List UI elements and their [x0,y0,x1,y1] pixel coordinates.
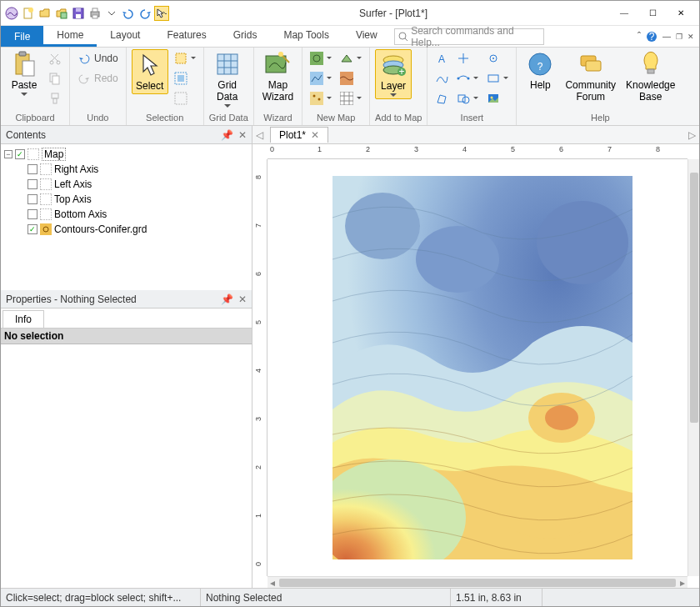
svg-rect-20 [52,76,59,84]
pin-icon[interactable]: 📌 [221,129,233,141]
tab-features[interactable]: Features [153,26,219,47]
base-map-button[interactable] [308,69,334,88]
checkbox-map[interactable]: ✓ [15,149,25,159]
properties-title: Properties - Nothing Selected [6,293,137,305]
map-viewport[interactable] [268,159,688,576]
tab-nav-left-icon[interactable]: ◁ [256,129,263,141]
minimize-button[interactable]: — [618,8,631,18]
undo-icon[interactable] [121,6,136,21]
svg-rect-61 [40,193,52,205]
svg-point-2 [28,8,33,13]
scrollbar-horizontal[interactable]: ◂▸ [268,576,688,588]
select-dropdown-icon[interactable] [154,6,169,21]
svg-point-44 [458,78,460,80]
deselect-button[interactable] [172,89,198,108]
point-button[interactable] [484,49,511,68]
map-wizard-button[interactable]: Map Wizard [259,49,297,104]
close-panel-icon[interactable]: ✕ [238,129,247,141]
tab-map-tools[interactable]: Map Tools [270,26,342,47]
new-icon[interactable] [21,6,36,21]
tree-item-left-axis[interactable]: Left Axis [4,177,248,192]
collapse-icon[interactable]: − [4,150,12,158]
tree-item-right-axis[interactable]: Right Axis [4,162,248,177]
svg-rect-15 [19,52,26,56]
window-close-icon[interactable]: ✕ [688,33,694,41]
search-placeholder: Search commands and Help... [411,25,540,48]
tree-root-map[interactable]: − ✓ Map [4,147,248,162]
group-label-wizard: Wizard [259,111,297,125]
rectangle-button[interactable] [484,69,511,88]
app-icon[interactable] [4,6,19,21]
select-rect-button[interactable] [172,49,198,68]
close-tab-icon[interactable]: ✕ [311,129,319,141]
close-panel-icon[interactable]: ✕ [238,293,247,305]
search-commands-input[interactable]: Search commands and Help... [394,28,544,45]
color-relief-button[interactable] [338,69,364,88]
svg-rect-59 [40,163,52,175]
tab-view[interactable]: View [342,26,391,47]
text-button[interactable]: A [432,49,451,68]
redo-icon[interactable] [138,6,152,21]
copy-button[interactable] [46,69,64,88]
svg-point-35 [318,98,321,101]
svg-rect-60 [40,178,52,190]
community-forum-button[interactable]: Community Forum [562,49,619,104]
open-grid-icon[interactable] [54,6,69,21]
collapse-ribbon-icon[interactable]: ˆ [638,31,641,43]
redo-button[interactable]: Redo [75,69,121,88]
print-icon[interactable] [88,6,102,21]
undo-button[interactable]: Undo [75,49,121,68]
grid-data-button[interactable]: Grid Data [209,49,246,109]
contents-tree[interactable]: − ✓ Map Right Axis Left Axis Top Axis Bo… [1,144,252,290]
layer-button[interactable]: + Layer [375,49,412,99]
properties-tab-info[interactable]: Info [2,310,44,328]
document-tabs: ◁ Plot1*✕ ▷ [252,126,699,144]
save-icon[interactable] [71,6,86,21]
post-map-button[interactable] [308,89,334,108]
tab-grids[interactable]: Grids [220,26,271,47]
select-all-button[interactable] [172,69,198,88]
pin-icon[interactable]: 📌 [221,293,233,305]
svg-rect-25 [178,75,184,82]
knowledge-base-button[interactable]: Knowledge Base [622,49,678,104]
help-button[interactable]: ? Help [522,49,558,93]
spline-button[interactable] [454,69,481,88]
maximize-button[interactable]: ☐ [646,8,659,18]
polygon-button[interactable] [432,89,451,108]
scrollbar-vertical[interactable] [688,159,699,576]
graphic-button[interactable] [484,89,511,108]
svg-point-67 [499,480,599,539]
help-icon[interactable]: ? [646,31,658,43]
close-button[interactable]: ✕ [674,8,688,18]
quick-access-toolbar [4,6,169,21]
tab-nav-right-icon[interactable]: ▷ [688,129,696,141]
svg-rect-8 [92,8,98,12]
paste-button[interactable]: Paste [6,49,42,98]
left-panels: Contents 📌✕ − ✓ Map Right Axis Left Axis… [1,126,252,588]
window-min-icon[interactable]: — [662,32,671,41]
cut-button[interactable] [46,49,64,68]
grid-values-button[interactable] [338,89,364,108]
polyline-button[interactable] [432,69,451,88]
tab-layout[interactable]: Layout [97,26,153,47]
dropdown-icon[interactable] [104,6,119,21]
contents-header: Contents 📌✕ [1,126,252,144]
3d-surface-button[interactable] [338,49,364,68]
svg-rect-46 [458,95,465,102]
window-restore-icon[interactable]: ❐ [676,33,682,41]
tree-item-top-axis[interactable]: Top Axis [4,192,248,207]
document-tab-plot1[interactable]: Plot1*✕ [270,127,328,143]
svg-rect-3 [61,13,67,18]
svg-text:A: A [438,53,445,65]
contour-map-button[interactable] [308,49,334,68]
shape-button[interactable] [454,89,481,108]
format-painter-button[interactable] [46,89,64,108]
open-icon[interactable] [38,6,52,21]
select-button[interactable]: Select [132,49,168,94]
file-tab[interactable]: File [1,26,43,47]
tree-item-contours[interactable]: ✓Contours-Conifer.grd [4,222,248,237]
tab-home[interactable]: Home [43,26,97,47]
tree-item-bottom-axis[interactable]: Bottom Axis [4,207,248,222]
symbol-button[interactable] [454,49,481,68]
group-label-add-to-map: Add to Map [375,111,422,125]
